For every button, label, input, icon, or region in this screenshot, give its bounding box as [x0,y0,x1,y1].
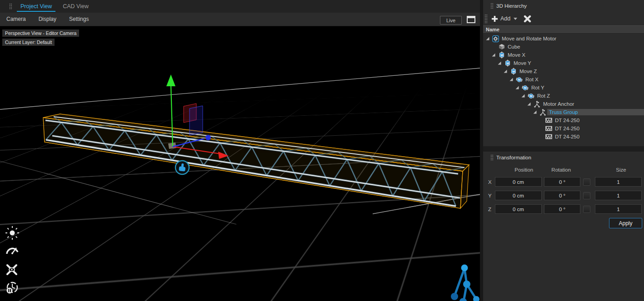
tree-indent [483,96,521,96]
tree-row-dt-24-250[interactable]: DT 24-250 [483,133,644,141]
gizmo-plane-z[interactable] [190,106,203,135]
expander-icon[interactable] [527,102,533,106]
rotation-x-input[interactable] [544,177,580,187]
axis-label-y: Y [483,193,495,198]
size-y-input[interactable] [595,191,642,200]
camera-badge: Perspective View - Editor Camera [2,30,79,37]
apply-button[interactable]: Apply [609,218,642,228]
tree-label: Cube [506,44,644,50]
rotation-option-button-z[interactable] [583,206,590,213]
toolbar-drag-handle[interactable] [484,14,488,23]
tree-row-cube[interactable]: Cube [483,43,644,51]
move-icon: M [509,68,518,75]
chevron-down-icon[interactable] [514,18,517,20]
rotation-option-button-x[interactable] [583,178,590,186]
layer-badge: Current Layer: Default [2,39,55,46]
expander-icon[interactable] [492,53,497,57]
tree-indent [483,137,539,137]
transformation-title: Transformation [496,155,531,160]
hierarchy-header: 3D Hierarchy [483,0,644,12]
move-icon: M [497,51,506,59]
rotation-y-input[interactable] [544,191,580,200]
axis-label-x: X [483,179,495,185]
tab-project-view[interactable]: Project View [15,0,57,13]
world-axis-line [0,68,480,109]
live-button[interactable]: Live [440,16,462,25]
tree-row-motor-anchor[interactable]: Motor Anchor [483,100,644,108]
column-position: Position [495,167,541,173]
sun-light-icon[interactable] [5,226,19,240]
tree-row-rot-x[interactable]: MRot X [483,75,644,84]
position-x-input[interactable] [495,177,542,187]
app-window: Project View CAD View Camera Display Set… [0,0,644,301]
maximize-viewport-icon[interactable] [467,16,475,23]
speed-gauge-icon[interactable] [7,248,18,254]
expander-icon[interactable] [486,37,491,40]
tree-label: Motor Anchor [541,101,644,107]
truss-icon [544,126,553,131]
expander-icon[interactable] [533,110,539,114]
tree-indent [483,79,509,80]
timer-pause-icon[interactable] [7,282,18,294]
gizmo-axis-z-arrowhead[interactable] [205,135,211,140]
column-rotation: Rotation [544,167,579,173]
grid-highlight-line [0,161,236,224]
rotate-icon: M [515,76,524,83]
position-z-input[interactable] [495,204,542,214]
expander-icon[interactable] [509,78,515,81]
truss-icon [544,134,553,139]
position-y-input[interactable] [495,191,542,200]
tabbar-drag-handle[interactable] [9,3,12,10]
menu-display[interactable]: Display [32,16,63,22]
tree-indent [483,88,515,88]
expander-icon[interactable] [521,94,527,98]
size-x-input[interactable] [595,177,642,187]
expander-icon[interactable] [504,69,509,73]
tree-row-rot-z[interactable]: MRot Z [483,92,644,100]
tree-row-move-z[interactable]: MMove Z [483,67,644,75]
transform-row-z: Z [483,204,644,214]
tree-row-dt-24-250[interactable]: DT 24-250 [483,116,644,124]
add-button-label: Add [500,15,510,22]
rotation-z-input[interactable] [544,204,580,214]
rotation-option-button-y[interactable] [583,192,590,199]
size-z-input[interactable] [595,204,642,214]
scene-overlay [0,26,480,301]
menu-settings[interactable]: Settings [63,16,95,22]
expander-icon[interactable] [515,86,521,89]
delete-button[interactable] [524,15,531,23]
panel-divider[interactable] [480,0,483,301]
svg-text:M: M [530,94,533,98]
tree-row-truss-group[interactable]: Truss Group [483,108,644,116]
gizmo-axis-y-arrowhead[interactable] [166,74,175,86]
rotate-icon: M [521,84,529,91]
transform-row-x: X [483,177,644,187]
expander-icon[interactable] [498,61,503,65]
axis-label-z: Z [483,207,495,212]
hierarchy-drag-handle[interactable] [490,3,494,9]
transformation-drag-handle[interactable] [490,154,494,161]
tree-column-header: Name [483,25,644,34]
anchor-icon [533,101,541,108]
tree-label: Rot Y [529,84,644,91]
tree-row-move-y[interactable]: MMove Y [483,59,644,67]
tree-row-dt-24-250[interactable]: DT 24-250 [483,124,644,133]
tree-label: Move Y [512,60,644,66]
hand-tool-badge[interactable] [175,161,189,174]
tree-row-rot-y[interactable]: MRot Y [483,84,644,92]
transform-row-y: Y [483,191,644,200]
tools-visibility-icon[interactable] [7,265,16,274]
tab-cad-view[interactable]: CAD View [57,0,94,13]
truss-icon [544,118,553,123]
rotate-icon: M [527,93,535,99]
anchor-icon [539,109,547,116]
add-button[interactable]: Add [489,15,519,23]
viewport-column: Project View CAD View Camera Display Set… [0,0,480,301]
transformation-panel: Transformation Position Rotation Size XY… [483,152,644,301]
viewport-tool-icons [5,226,19,294]
menu-camera[interactable]: Camera [0,16,32,22]
node-graph-icon[interactable] [451,264,479,301]
tree-row-move-and-rotate-motor[interactable]: Move and Rotate Motor [483,35,644,43]
3d-viewport[interactable]: Perspective View - Editor Camera Current… [0,26,480,301]
tree-row-move-x[interactable]: MMove X [483,51,644,59]
